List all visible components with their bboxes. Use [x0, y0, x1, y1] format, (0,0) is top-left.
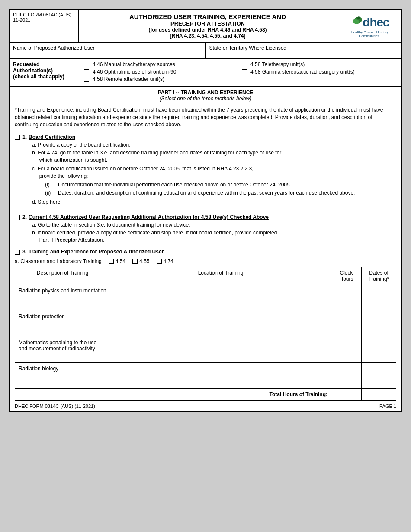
form-date: 11-2021 [13, 17, 74, 22]
classroom-checkboxes: 4.54 4.55 4.74 [109, 258, 173, 264]
dhec-wordmark: dhec [363, 16, 389, 29]
checkbox-454-item: 4.54 [109, 258, 125, 264]
checkbox-455-item: 4.55 [132, 258, 149, 264]
section1-title: Board Certification [29, 134, 75, 140]
checkbox-section2[interactable] [15, 215, 20, 220]
dhec-logo-icon: dhec [350, 14, 389, 29]
row3-location[interactable] [110, 337, 331, 362]
dhec-logo: dhec Healthy People. Healthy Communities… [341, 14, 398, 38]
section1-item-b: b. For 4.74, go to the table in 3.e. and… [32, 149, 396, 164]
auth-option-2: 4.46 Ophthalmic use of strontium-90 [82, 69, 240, 75]
row3-description: Mathematics pertaining to the use and me… [15, 337, 110, 362]
row2-dates[interactable] [362, 311, 396, 337]
part1-intro-text: *Training and Experience, including Boar… [15, 106, 396, 128]
total-hours[interactable] [331, 388, 362, 400]
auth-option-3: 4.58 Remote afterloader unit(s) [82, 76, 240, 82]
svg-point-2 [357, 16, 360, 19]
section1-item-c: c. For a board certification issued on o… [32, 165, 396, 180]
auth-option-1-label: 4.46 Manual brachytherapy sources [93, 61, 175, 67]
section2-title: Current 4.58 Authorized User Requesting … [29, 214, 269, 220]
section2-items: a. Go to the table in section 3.e. to do… [10, 222, 401, 247]
section1-number: 1. [22, 134, 27, 140]
table-row-3: Mathematics pertaining to the use and me… [15, 337, 396, 362]
row4-clock[interactable] [331, 362, 362, 388]
col-header-clock: ClockHours [331, 267, 362, 285]
form-header: DHEC FORM 0814C (AUS) 11-2021 AUTHORIZED… [10, 10, 401, 43]
auth-option-5: 4.58 Gamma stereotactic radiosurgery uni… [240, 69, 398, 75]
row1-clock[interactable] [331, 285, 362, 311]
dhec-leaf-icon [350, 14, 363, 29]
auth-option-5-label: 4.58 Gamma stereotactic radiosurgery uni… [250, 69, 355, 75]
row2-clock[interactable] [331, 311, 362, 337]
spacer-section2 [10, 208, 401, 212]
checkbox-474-item: 4.74 [157, 258, 173, 264]
part1-header: PART I -- TRAINING AND EXPERIENCE (Selec… [10, 87, 401, 103]
form-title-block: AUTHORIZED USER TRAINING, EXPERIENCE AND… [79, 10, 337, 42]
checkbox-teletherapy[interactable] [242, 62, 247, 67]
checkbox-gamma-stereo[interactable] [242, 69, 247, 74]
checkbox-474[interactable] [157, 259, 162, 264]
section2-item-b: b. If board certified, provide a copy of… [32, 229, 396, 244]
section2-number: 2. [22, 214, 27, 220]
checkbox-ophthalmic[interactable] [84, 69, 89, 74]
form-title-sub2: [RHA 4.23, 4.54, 4.55, and 4.74] [83, 33, 332, 39]
auth-option-4: 4.58 Teletherapy unit(s) [240, 61, 398, 67]
checkbox-manual-brachy[interactable] [84, 62, 89, 67]
section3-title: Training and Experience for Proposed Aut… [29, 249, 164, 255]
col-header-description: Description of Training [15, 267, 110, 285]
auth-checkboxes-left: 4.46 Manual brachytherapy sources 4.46 O… [82, 61, 240, 83]
form-title-preceptor: PRECEPTOR ATTESTATION [83, 20, 332, 27]
training-table-wrapper: Description of Training Location of Trai… [10, 267, 401, 401]
section1-item-d: d. Stop here. [32, 199, 396, 205]
row2-description: Radiation protection [15, 311, 110, 337]
section1-items: a. Provide a copy of the board certifica… [10, 142, 401, 208]
form-id: DHEC FORM 0814C (AUS) [13, 12, 74, 17]
col-header-dates: Dates ofTraining* [362, 267, 396, 285]
classroom-label: a. Classroom and Laboratory Training [15, 258, 102, 264]
label-454: 4.54 [116, 258, 125, 264]
section3-number: 3. [22, 249, 27, 255]
auth-option-3-label: 4.58 Remote afterloader unit(s) [93, 76, 164, 82]
auth-option-1: 4.46 Manual brachytherapy sources [82, 61, 240, 67]
row4-dates[interactable] [362, 362, 396, 388]
name-row: Name of Proposed Authorized User State o… [10, 43, 401, 59]
row1-location[interactable] [110, 285, 331, 311]
part1-title: PART I -- TRAINING AND EXPERIENCE [10, 90, 401, 96]
checkbox-455[interactable] [132, 259, 138, 264]
section1-item-c-ii: (ii) Dates, duration, and description of… [45, 189, 396, 197]
name-label: Name of Proposed Authorized User [10, 43, 206, 58]
col-header-location: Location of Training [110, 267, 331, 285]
row3-clock[interactable] [331, 337, 362, 362]
table-row-1: Radiation physics and instrumentation [15, 285, 396, 311]
row3-dates[interactable] [362, 337, 396, 362]
row4-location[interactable] [110, 362, 331, 388]
section1-item-c-i: (i) Documentation that the individual pe… [45, 181, 396, 189]
form-title-main: AUTHORIZED USER TRAINING, EXPERIENCE AND [83, 13, 332, 20]
row1-dates[interactable] [362, 285, 396, 311]
auth-option-2-label: 4.46 Ophthalmic use of strontium-90 [93, 69, 176, 75]
classroom-row: a. Classroom and Laboratory Training 4.5… [10, 256, 401, 266]
table-row-4: Radiation biology [15, 362, 396, 388]
auth-checkboxes-right: 4.58 Teletherapy unit(s) 4.58 Gamma ster… [240, 61, 398, 76]
section2-item-a: a. Go to the table in section 3.e. to do… [32, 222, 396, 228]
form-page: DHEC FORM 0814C (AUS) 11-2021 AUTHORIZED… [9, 9, 402, 412]
form-footer: DHEC FORM 0814C (AUS) (11-2021) PAGE 1 [10, 401, 401, 411]
training-table: Description of Training Location of Trai… [15, 267, 396, 401]
part1-subheading: (Select one of the three methods below) [10, 96, 401, 102]
auth-option-4-label: 4.58 Teletherapy unit(s) [250, 61, 305, 67]
form-id-block: DHEC FORM 0814C (AUS) 11-2021 [10, 10, 79, 42]
checkbox-board-cert[interactable] [15, 135, 20, 140]
section1-title-row: 1. Board Certification [10, 134, 401, 140]
checkbox-section3[interactable] [15, 250, 20, 255]
checkbox-remote-afterloader[interactable] [84, 77, 89, 82]
checkbox-454[interactable] [109, 259, 114, 264]
row2-location[interactable] [110, 311, 331, 337]
footer-left: DHEC FORM 0814C (AUS) (11-2021) [15, 404, 95, 409]
section2-title-row: 2. Current 4.58 Authorized User Requesti… [10, 214, 401, 220]
auth-label: Requested Authorization(s) (check all th… [13, 61, 82, 80]
row1-description: Radiation physics and instrumentation [15, 285, 110, 311]
footer-right: PAGE 1 [379, 404, 396, 409]
state-label: State or Territory Where Licensed [206, 43, 402, 58]
total-label: Total Hours of Training: [15, 388, 331, 400]
logo-block: dhec Healthy People. Healthy Communities… [337, 10, 401, 42]
